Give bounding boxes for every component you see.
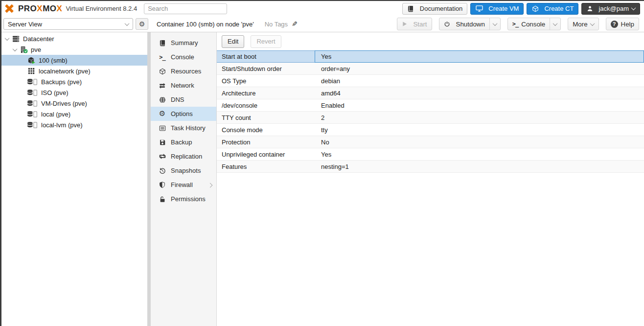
search-input[interactable] (144, 3, 227, 14)
console-menu-arrow[interactable] (550, 18, 560, 30)
user-icon (586, 5, 593, 12)
edit-tags-icon[interactable]: ✎ (292, 20, 298, 28)
create-ct-button[interactable]: Create CT (527, 3, 578, 15)
shield-icon (158, 181, 166, 188)
option-label: /dev/console (217, 99, 315, 112)
option-value: debian (315, 75, 644, 87)
book-icon (407, 5, 414, 12)
console-button[interactable]: >_ Console (507, 18, 561, 30)
chevron-down-icon (631, 5, 636, 10)
option-row-unprivileged-container[interactable]: Unprivileged containerYes (217, 148, 644, 161)
expander-icon[interactable] (3, 37, 11, 41)
option-label: Console mode (217, 124, 315, 136)
tree-item-localnetwork-pve[interactable]: localnetwork (pve) (1, 66, 147, 76)
shutdown-button[interactable]: Shutdown (439, 18, 501, 30)
option-row-os-type[interactable]: OS Typedebian (217, 75, 644, 87)
proxmox-wordmark: PROXMOX (18, 4, 62, 14)
option-row-features[interactable]: Featuresnesting=1 (217, 161, 644, 173)
option-label: Protection (217, 136, 315, 148)
tree-settings-button[interactable]: ⚙ (136, 18, 148, 30)
documentation-button[interactable]: Documentation (402, 3, 467, 15)
options-panel: Edit Revert Start at bootYesStart/Shutdo… (217, 32, 644, 326)
options-table: Start at bootYesStart/Shutdown orderorde… (217, 50, 644, 173)
title-bar: Server View ⚙ Container 100 (smb) on nod… (1, 16, 644, 32)
resource-tree: Datacenterpve100 (smb)localnetwork (pve)… (1, 32, 147, 326)
revert-button[interactable]: Revert (251, 35, 281, 48)
nav-item-replication[interactable]: Replication (151, 149, 216, 163)
shutdown-menu-arrow[interactable] (489, 18, 500, 30)
tree-item-local-lvm-pve[interactable]: local-lvm (pve) (1, 119, 147, 130)
option-label: Features (217, 161, 315, 173)
nav-item-summary[interactable]: Summary (151, 36, 216, 50)
tree-item-backups-pve[interactable]: Backups (pve) (1, 76, 147, 87)
options-toolbar: Edit Revert (217, 32, 644, 50)
tree-item-100-smb[interactable]: 100 (smb) (1, 55, 147, 66)
expander-icon[interactable] (11, 48, 19, 51)
option-row-start-at-boot[interactable]: Start at bootYes (217, 50, 644, 63)
header-actions: Documentation Create VM Create CT jack@p… (402, 3, 640, 15)
exchange-icon (158, 82, 166, 89)
option-row-protection[interactable]: ProtectionNo (217, 136, 644, 148)
gear-icon: ⚙ (158, 110, 166, 117)
create-vm-button[interactable]: Create VM (470, 3, 524, 15)
option-value: 2 (315, 112, 644, 124)
storage-icon (26, 89, 39, 96)
version-label: Virtual Environment 8.2.4 (66, 5, 137, 12)
option-row-architecture[interactable]: Architectureamd64 (217, 87, 644, 99)
proxmox-logo[interactable]: PROXMOX Virtual Environment 8.2.4 (4, 3, 137, 14)
chevron-down-icon (590, 21, 595, 26)
sidebar-header: Server View ⚙ (1, 16, 151, 32)
option-row-dev-console[interactable]: /dev/consoleEnabled (217, 99, 644, 112)
ct-running-icon (26, 57, 36, 64)
monitor-icon (475, 5, 483, 12)
nav-item-network[interactable]: Network (151, 78, 216, 93)
nav-item-snapshots[interactable]: Snapshots (151, 163, 216, 178)
globe-icon (158, 96, 166, 103)
start-button[interactable]: Start (397, 18, 432, 30)
storage-icon (26, 100, 39, 107)
option-value: order=any (315, 63, 644, 75)
submenu-arrow-icon (208, 181, 212, 188)
option-row-console-mode[interactable]: Console modetty (217, 124, 644, 136)
floppy-icon (158, 139, 166, 146)
server-icon (11, 35, 21, 43)
history-icon (158, 167, 166, 174)
tree-item-pve[interactable]: pve (1, 44, 147, 55)
storage-icon (26, 121, 39, 129)
nav-item-permissions[interactable]: Permissions (151, 192, 216, 206)
edit-button[interactable]: Edit (222, 35, 244, 48)
option-label: Start/Shutdown order (217, 63, 315, 75)
tree-item-local-pve[interactable]: local (pve) (1, 109, 147, 119)
nav-item-backup[interactable]: Backup (151, 135, 216, 149)
tree-item-vm-drives-pve[interactable]: VM-Drives (pve) (1, 98, 147, 109)
cube-icon (531, 5, 539, 12)
option-value: Yes (315, 50, 644, 63)
cube-icon (158, 68, 166, 75)
proxmox-x-icon (4, 3, 14, 14)
user-menu-button[interactable]: jack@pam (581, 3, 640, 15)
option-value: tty (315, 124, 644, 136)
power-icon (444, 21, 451, 27)
help-button[interactable]: ? Help (606, 18, 639, 30)
nav-item-firewall[interactable]: Firewall (151, 178, 216, 192)
nav-item-task-history[interactable]: Task History (151, 121, 216, 135)
nav-item-console[interactable]: >_Console (151, 50, 216, 64)
nav-item-options[interactable]: ⚙Options (151, 107, 216, 121)
unlock-icon (158, 196, 166, 203)
more-button[interactable]: More (568, 18, 598, 30)
option-label: Unprivileged container (217, 148, 315, 161)
node-icon (19, 46, 28, 53)
option-value: amd64 (315, 87, 644, 99)
view-selector[interactable]: Server View (3, 18, 133, 30)
proxmox-app: PROXMOX Virtual Environment 8.2.4 Docume… (0, 0, 644, 326)
nav-item-resources[interactable]: Resources (151, 64, 216, 78)
option-row-start-shutdown-order[interactable]: Start/Shutdown orderorder=any (217, 63, 644, 75)
option-value: Yes (315, 148, 644, 161)
option-row-tty-count[interactable]: TTY count2 (217, 112, 644, 124)
splitter[interactable] (147, 32, 151, 326)
nav-item-dns[interactable]: DNS (151, 93, 216, 107)
terminal-icon: >_ (512, 21, 518, 27)
tree-item-datacenter[interactable]: Datacenter (1, 33, 147, 44)
ct-nav-panel: Summary>_ConsoleResourcesNetworkDNS⚙Opti… (151, 32, 217, 326)
tree-item-iso-pve[interactable]: ISO (pve) (1, 87, 147, 98)
